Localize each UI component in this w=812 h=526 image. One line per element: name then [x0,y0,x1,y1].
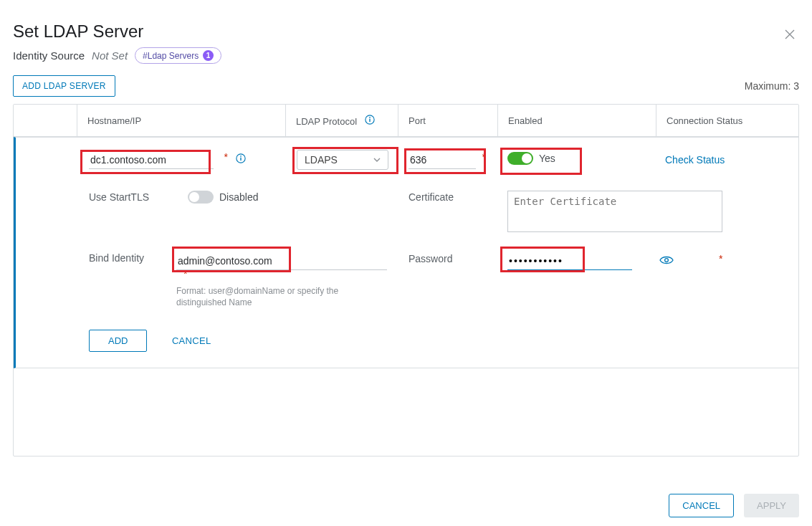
dialog-title: Set LDAP Server [13,21,799,42]
svg-point-5 [240,155,242,156]
starttls-label: Use StartTLS [89,191,188,203]
col-hostname: Hostname/IP [77,115,285,126]
cancel-button[interactable]: CANCEL [669,494,734,517]
password-input[interactable] [507,252,632,270]
col-enabled: Enabled [498,115,656,126]
bind-identity-input[interactable] [176,252,387,270]
required-marker: * [719,253,722,264]
check-status-link[interactable]: Check Status [665,154,725,166]
port-input[interactable] [409,151,476,169]
col-port: Port [398,115,497,126]
enabled-toggle[interactable]: Yes [507,152,555,165]
ldap-protocol-select[interactable]: LDAPS [297,150,388,170]
certificate-textarea[interactable] [507,191,722,232]
table-header: Hostname/IP LDAP Protocol Port Enabled C… [14,105,798,137]
add-ldap-server-button[interactable]: ADD LDAP SERVER [13,75,115,97]
close-icon[interactable] [785,29,795,42]
svg-rect-1 [369,119,370,122]
dialog-footer: CANCEL APPLY [0,494,812,517]
ldap-servers-tag[interactable]: #Ldap Servers 1 [135,47,221,64]
info-icon[interactable] [235,153,247,164]
eye-icon[interactable] [659,255,674,268]
bind-identity-hint: Format: user@domainName or specify the d… [176,286,388,308]
info-icon[interactable] [364,114,376,125]
starttls-state: Disabled [219,191,258,203]
dialog-set-ldap-server: Set LDAP Server Identity Source Not Set … [0,0,812,526]
svg-point-2 [369,117,371,118]
col-connection-status: Connection Status [656,115,798,126]
svg-rect-4 [241,157,242,160]
ldap-servers-table: Hostname/IP LDAP Protocol Port Enabled C… [13,104,799,456]
hostname-input[interactable] [89,151,214,169]
ldap-servers-tag-text: #Ldap Servers [143,51,199,61]
ldap-server-edit-row: * LDAPS [14,137,798,368]
apply-button: APPLY [744,494,799,517]
password-label: Password [409,253,452,264]
required-marker: * [224,151,227,163]
required-marker: * [482,151,485,163]
starttls-toggle[interactable]: Disabled [188,191,258,204]
certificate-label: Certificate [409,191,454,203]
identity-source-line: Identity Source Not Set #Ldap Servers 1 [13,47,799,64]
col-protocol: LDAP Protocol [286,114,398,127]
ldap-protocol-value: LDAPS [305,154,338,166]
ldap-servers-count-badge: 1 [203,50,214,61]
svg-point-6 [665,258,669,262]
required-marker: * [183,268,187,279]
cancel-row-button[interactable]: CANCEL [168,335,216,347]
add-button[interactable]: ADD [89,330,147,352]
identity-source-label: Identity Source [13,49,85,62]
enabled-toggle-label: Yes [539,153,555,164]
bind-identity-label: Bind Identity [89,252,176,264]
maximum-text: Maximum: 3 [745,80,799,92]
chevron-down-icon [373,154,381,166]
identity-source-value: Not Set [92,49,128,62]
